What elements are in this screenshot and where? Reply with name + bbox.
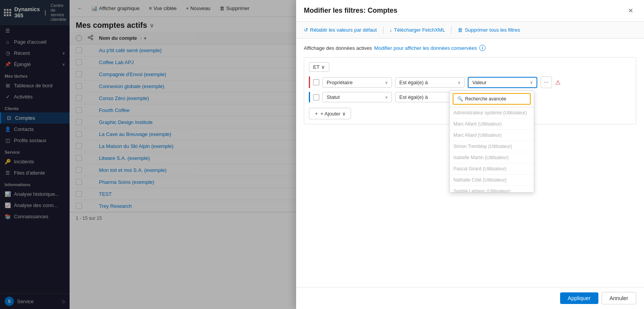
advanced-search-button[interactable]: 🔍 Recherche avancée: [453, 93, 531, 105]
search-icon: 🔍: [457, 96, 463, 102]
operator-chevron-icon: ∨: [458, 80, 460, 85]
filter-row2-field[interactable]: Statut ∨: [322, 92, 392, 102]
dropdown-item[interactable]: Nathalie Côté (Utilisateur): [450, 175, 534, 186]
apply-button[interactable]: Appliquer: [560, 292, 598, 304]
toolbar-sep2: [451, 27, 451, 34]
download-icon: ↓: [390, 27, 392, 33]
filter-row2-checkbox[interactable]: [313, 94, 319, 100]
dropdown-item[interactable]: Administrateur système (Utilisateur): [450, 107, 534, 119]
add-icon: ＋: [314, 110, 319, 117]
toolbar-sep1: [383, 27, 383, 34]
cancel-button[interactable]: Annuler: [601, 292, 636, 304]
modal-close-button[interactable]: ✕: [625, 5, 636, 16]
modal-body: Affichage des données actives Modifier p…: [296, 39, 644, 287]
field-chevron-icon: ∨: [385, 80, 388, 85]
filter-section: ET ∨ Propriétaire ∨ Est égal(e) à ∨ Vale…: [304, 57, 636, 124]
add-filter-button[interactable]: ＋ + Ajouter ∨: [309, 108, 351, 119]
modal-toolbar: ↺ Rétablir les valeurs par défaut ↓ Télé…: [296, 22, 644, 39]
dropdown-item[interactable]: Isabelle Martin (Utilisateur): [450, 152, 534, 163]
download-label: Télécharger FetchXML: [394, 27, 445, 33]
advanced-search-label: Recherche avancée: [465, 96, 506, 102]
dropdown-item[interactable]: Sophie Leblanc (Utilisateur): [450, 186, 534, 192]
reset-label: Rétablir les valeurs par défaut: [310, 27, 377, 33]
download-fetchxml-button[interactable]: ↓ Télécharger FetchXML: [390, 25, 445, 34]
filter-error-icon: ⚠: [555, 79, 561, 86]
filter-row1-value[interactable]: Valeur ∨: [468, 77, 537, 88]
filter-row1-more[interactable]: ···: [540, 76, 552, 88]
dropdown-item[interactable]: Marc Allard (Utilisateur): [450, 130, 534, 141]
filter-modal: Modifier les filtres: Comptes ✕ ↺ Rétabl…: [296, 0, 644, 309]
filter-row1-checkbox[interactable]: [313, 79, 319, 85]
filter-row1-field[interactable]: Propriétaire ∨: [322, 77, 392, 88]
dropdown-item[interactable]: Simon Tremblay (Utilisateur): [450, 141, 534, 152]
filter-connector-et[interactable]: ET ∨: [309, 62, 329, 72]
filter-row1-operator[interactable]: Est égal(e) à ∨: [395, 77, 465, 88]
delete-filters-icon: 🗑: [458, 27, 463, 33]
connector-label: ET: [313, 64, 320, 70]
modify-data-link[interactable]: Modifier pour afficher les données conse…: [374, 45, 477, 51]
add-filter-label: + Ajouter: [320, 111, 341, 117]
value-chevron-icon: ∨: [530, 80, 533, 85]
reset-defaults-button[interactable]: ↺ Rétablir les valeurs par défaut: [304, 25, 377, 34]
add-chevron-icon: ∨: [342, 111, 346, 117]
reset-icon: ↺: [304, 27, 308, 33]
modal-title: Modifier les filtres: Comptes: [304, 7, 397, 15]
filter-row-1: Propriétaire ∨ Est égal(e) à ∨ Valeur ∨ …: [309, 76, 631, 88]
value-dropdown: 🔍 Recherche avancée Administrateur systè…: [449, 90, 534, 193]
dropdown-items: Administrateur système (Utilisateur)Marc…: [450, 107, 534, 192]
data-status-row: Affichage des données actives Modifier p…: [304, 45, 636, 51]
dropdown-search-area: 🔍 Recherche avancée: [450, 91, 534, 107]
delete-all-filters-button[interactable]: 🗑 Supprimer tous les filtres: [458, 25, 520, 34]
dropdown-item[interactable]: Pascal Girard (Utilisateur): [450, 163, 534, 175]
connector-chevron-icon: ∨: [321, 64, 325, 70]
modal-footer: Appliquer Annuler: [296, 287, 644, 309]
dropdown-item[interactable]: Marc Allard (Utilisateur): [450, 119, 534, 130]
modal-header: Modifier les filtres: Comptes ✕: [296, 0, 644, 22]
active-data-label: Affichage des données actives: [304, 45, 372, 51]
info-icon[interactable]: i: [479, 45, 486, 51]
delete-filters-label: Supprimer tous les filtres: [465, 27, 520, 33]
field2-chevron-icon: ∨: [385, 95, 388, 99]
